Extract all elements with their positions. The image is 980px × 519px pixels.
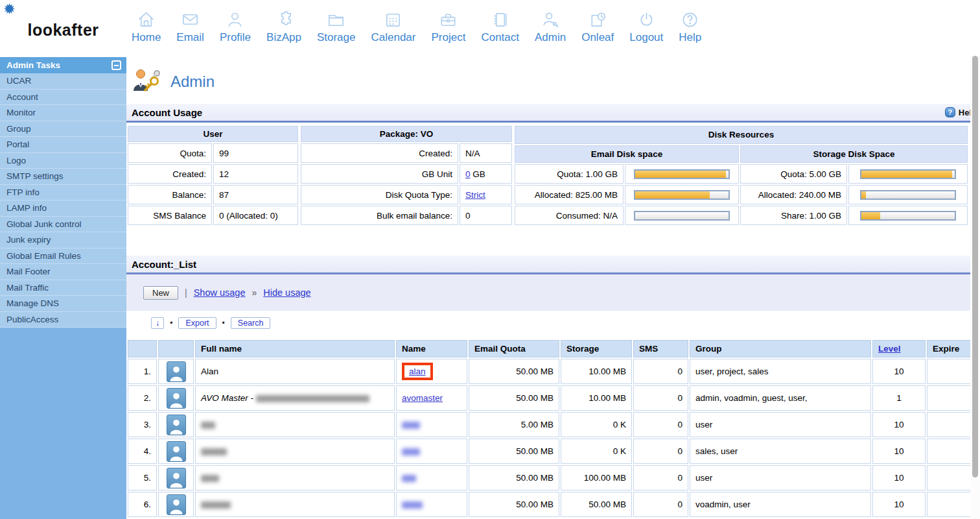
sidebar-item-manage-dns[interactable]: Manage DNS <box>0 296 126 312</box>
sidebar-filler <box>0 328 126 519</box>
account-name-link[interactable]: alan <box>409 367 426 376</box>
redacted-text <box>201 448 227 455</box>
full-name-cell <box>195 492 395 517</box>
show-usage-link[interactable]: Show usage <box>194 287 246 298</box>
nav-item-bizapp[interactable]: BizApp <box>266 8 301 44</box>
group-cell: voadmin, user <box>690 492 871 517</box>
sidebar-item-monitor[interactable]: Monitor <box>0 105 126 121</box>
bizapp-puzzle-icon <box>274 8 294 30</box>
row-label: Share: 1.00 GB <box>740 206 847 225</box>
nav-item-onleaf[interactable]: Onleaf <box>581 8 614 44</box>
dot-separator: • <box>222 319 225 328</box>
export-button[interactable]: Export <box>178 317 216 329</box>
user-table-header: User <box>128 126 298 142</box>
gb-unit-suffix: GB <box>471 169 485 179</box>
group-cell: user <box>690 465 871 490</box>
storage-cell: 10.00 MB <box>561 359 632 384</box>
redacted-link[interactable] <box>402 448 420 455</box>
scrollbar-thumb[interactable] <box>972 56 978 477</box>
redacted-link[interactable] <box>402 422 420 429</box>
progress-cell <box>625 164 739 184</box>
row-value: 87 <box>213 185 298 204</box>
nav-item-project[interactable]: Project <box>431 8 465 44</box>
name-cell <box>396 439 467 464</box>
sidebar-item-global-junk-control[interactable]: Global Junk control <box>0 217 126 233</box>
nav-item-profile[interactable]: Profile <box>220 8 251 44</box>
row-label: Consumed: N/A <box>515 206 624 225</box>
sidebar-item-ucar[interactable]: UCAR <box>0 73 126 90</box>
nav-label: Contact <box>481 31 519 44</box>
storage-folder-icon <box>326 8 346 30</box>
level-cell: 10 <box>872 439 926 464</box>
sidebar-item-logo[interactable]: Logo <box>0 153 126 169</box>
row-label: Quota: <box>128 143 212 163</box>
nav-item-help[interactable]: Help <box>679 8 701 44</box>
level-cell: 10 <box>872 412 926 437</box>
sidebar-item-smtp-settings[interactable]: SMTP settings <box>0 169 126 185</box>
email-disk-header: Email Disk space <box>515 145 739 163</box>
disk-quota-type-link[interactable]: Strict <box>465 190 485 200</box>
group-cell: admin, voadmin, guest, user, <box>690 385 871 411</box>
page-title: Admin <box>170 73 215 91</box>
nav-item-contact[interactable]: Contact <box>481 8 519 44</box>
nav-item-email[interactable]: Email <box>176 8 204 44</box>
disk-resources-header: Disk Resources <box>515 126 968 144</box>
sidebar-item-ftp-info[interactable]: FTP info <box>0 185 126 201</box>
sidebar-item-account[interactable]: Account <box>0 90 126 106</box>
sidebar-item-group[interactable]: Group <box>0 121 126 138</box>
col-header-level: Level <box>872 340 926 357</box>
avatar-icon <box>167 441 186 462</box>
full-name-cell <box>195 439 395 464</box>
sidebar-item-junk-expiry[interactable]: Junk expiry <box>0 232 126 248</box>
nav-item-storage[interactable]: Storage <box>317 8 356 44</box>
nav-label: Calendar <box>371 31 415 44</box>
sidebar-item-global-email-rules[interactable]: Global Email Rules <box>0 248 126 265</box>
table-row: 3. 5.00 MB 0 K 0 user 10 <box>128 412 980 437</box>
redacted-link[interactable] <box>402 501 423 509</box>
sidebar-item-lamp-info[interactable]: LAMP info <box>0 200 126 217</box>
sidebar-item-mail-footer[interactable]: Mail Footer <box>0 264 126 280</box>
gb-unit-link[interactable]: 0 <box>465 169 471 179</box>
account-list-heading: Account:_List <box>126 256 980 274</box>
disk-resources-table: Disk Resources Email Disk space Storage … <box>513 125 969 226</box>
level-sort-link[interactable]: Level <box>878 344 901 354</box>
row-label: GB Unit <box>301 164 458 184</box>
redacted-text <box>201 501 231 509</box>
hide-usage-link[interactable]: Hide usage <box>263 287 310 298</box>
nav-label: Admin <box>535 31 566 44</box>
nav-item-home[interactable]: Home <box>132 8 161 44</box>
full-name-cell: AVO Master - <box>195 385 395 411</box>
app-logo[interactable]: lookafter <box>0 0 126 40</box>
list-actions: ↓ • Export • Search <box>151 317 980 329</box>
table-row: 1. Alan alan 50.00 MB 10.00 MB 0 user, p… <box>128 359 980 384</box>
avatar-icon <box>167 361 186 382</box>
group-cell: user, project, sales <box>690 359 871 384</box>
profile-icon <box>225 8 245 30</box>
level-cell: 10 <box>872 359 926 384</box>
col-header-storage: Storage <box>561 340 632 357</box>
new-button[interactable]: New <box>143 286 178 300</box>
sort-arrow-button[interactable]: ↓ <box>151 317 164 329</box>
nav-item-logout[interactable]: Logout <box>629 8 663 44</box>
nav-label: Storage <box>317 31 356 44</box>
row-label: Created: <box>301 143 458 163</box>
row-number: 4. <box>128 439 157 464</box>
page: lookafter Home Email Profile BizApp Stor… <box>0 0 980 519</box>
name-cell: alan <box>396 359 467 384</box>
email-quota-cell: 50.00 MB <box>469 385 559 411</box>
sms-cell: 0 <box>633 359 688 384</box>
row-number: 2. <box>128 385 157 411</box>
collapse-minus-icon[interactable] <box>111 60 121 70</box>
nav-label: Project <box>431 31 465 44</box>
search-button[interactable]: Search <box>231 317 271 329</box>
top-header: lookafter Home Email Profile BizApp Stor… <box>0 0 980 57</box>
sidebar-item-portal[interactable]: Portal <box>0 137 126 153</box>
redacted-link[interactable] <box>402 475 416 482</box>
project-briefcase-icon <box>438 8 458 30</box>
sidebar-item-mail-traffic[interactable]: Mail Traffic <box>0 280 126 296</box>
raquo: » <box>251 287 257 298</box>
account-name-link[interactable]: avomaster <box>402 393 443 403</box>
nav-item-admin[interactable]: Admin <box>535 8 566 44</box>
sidebar-item-publicaccess[interactable]: PublicAccess <box>0 312 126 328</box>
nav-item-calendar[interactable]: Calendar <box>371 8 415 44</box>
